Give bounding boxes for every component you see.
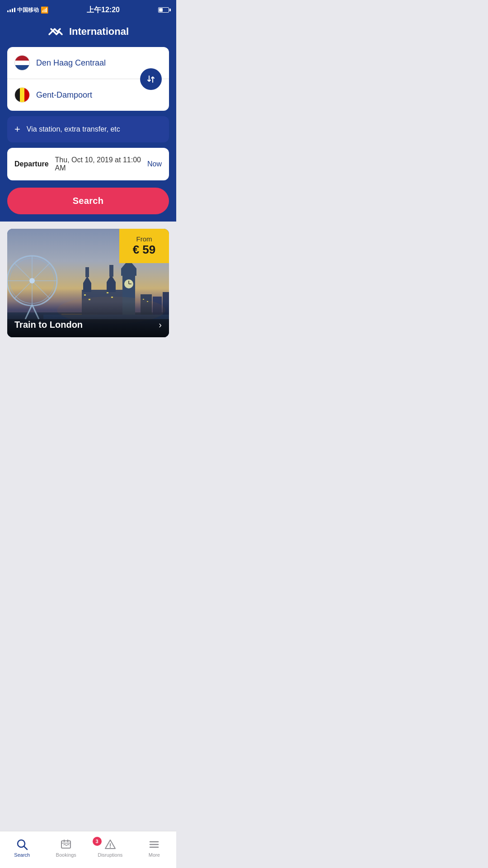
station-card: Den Haag Centraal Gent-Dampoort bbox=[7, 47, 169, 111]
carrier-name: 中国移动 bbox=[17, 6, 39, 14]
svg-rect-20 bbox=[109, 265, 113, 277]
swap-button[interactable] bbox=[140, 68, 162, 90]
battery-icon bbox=[158, 7, 169, 13]
content-area: From € 59 Train to London › bbox=[0, 222, 176, 357]
app-title: International bbox=[69, 26, 129, 38]
destination-station: Gent-Dampoort bbox=[36, 90, 92, 100]
plus-icon: + bbox=[14, 124, 20, 134]
price-tag: From € 59 bbox=[119, 229, 169, 263]
price-amount: € 59 bbox=[127, 243, 161, 257]
ns-logo-svg bbox=[47, 25, 64, 38]
via-station-card[interactable]: + Via station, extra transfer, etc bbox=[7, 116, 169, 142]
search-form: Den Haag Centraal Gent-Dampoort + Via st… bbox=[0, 47, 176, 222]
departure-label: Departure bbox=[14, 160, 49, 168]
status-right bbox=[158, 7, 169, 13]
origin-flag-icon bbox=[14, 55, 30, 71]
swap-icon bbox=[146, 74, 156, 84]
promo-card[interactable]: From € 59 Train to London › bbox=[7, 229, 169, 337]
card-overlay: Train to London › bbox=[7, 302, 169, 337]
departure-datetime: Thu, Oct 10, 2019 at 11:00 AM bbox=[55, 156, 144, 172]
origin-station: Den Haag Centraal bbox=[36, 58, 106, 68]
svg-rect-19 bbox=[85, 267, 89, 277]
wifi-icon: 📶 bbox=[41, 6, 48, 14]
svg-rect-33 bbox=[107, 292, 108, 293]
svg-rect-15 bbox=[83, 283, 91, 292]
search-button[interactable]: Search bbox=[7, 188, 169, 214]
status-time: 上午12:20 bbox=[87, 5, 120, 15]
svg-rect-31 bbox=[84, 294, 86, 296]
ns-logo bbox=[47, 25, 64, 38]
signal-bars-icon bbox=[7, 8, 15, 12]
card-title: Train to London bbox=[14, 320, 83, 330]
svg-rect-17 bbox=[107, 282, 116, 292]
destination-flag-icon bbox=[14, 87, 30, 103]
card-arrow-icon: › bbox=[159, 320, 162, 330]
via-placeholder: Via station, extra transfer, etc bbox=[27, 125, 120, 133]
status-left: 中国移动 📶 bbox=[7, 6, 48, 14]
now-button[interactable]: Now bbox=[147, 160, 162, 168]
svg-point-10 bbox=[29, 278, 35, 283]
departure-card[interactable]: Departure Thu, Oct 10, 2019 at 11:00 AM … bbox=[7, 148, 169, 180]
status-bar: 中国移动 📶 上午12:20 bbox=[0, 0, 176, 20]
app-header: International bbox=[0, 20, 176, 47]
svg-rect-25 bbox=[121, 269, 136, 276]
price-from-label: From bbox=[127, 235, 161, 243]
